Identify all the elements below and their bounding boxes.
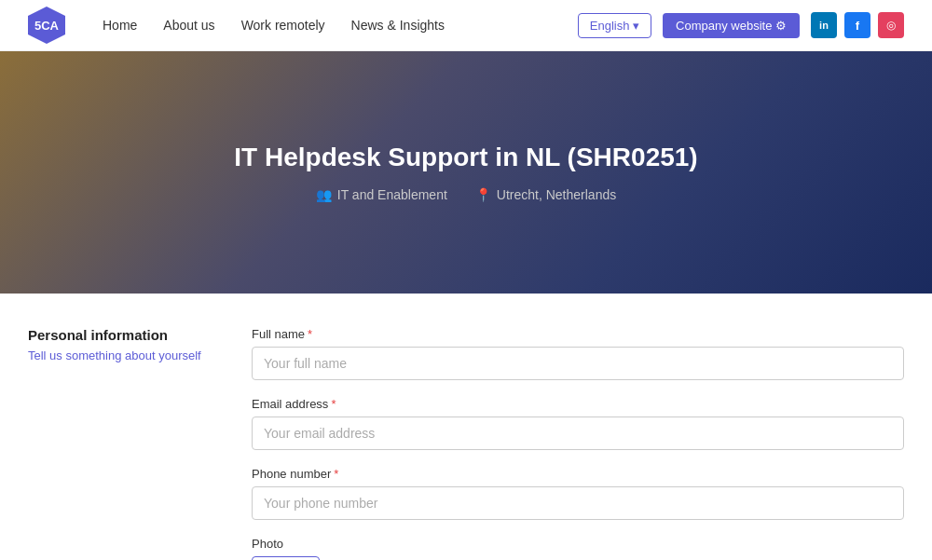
hero-meta: 👥 IT and Enablement 📍 Utrecht, Netherlan… [316,187,616,202]
logo[interactable]: 5CA [28,7,65,44]
department-info: 👥 IT and Enablement [316,187,447,202]
social-icons: in f ◎ [811,12,904,38]
location-info: 📍 Utrecht, Netherlands [475,187,616,202]
department-icon: 👥 [316,187,332,202]
email-field-group: Email address * [252,397,904,450]
full-name-required: * [308,327,312,341]
nav-work-remotely[interactable]: Work remotely [241,18,325,33]
location-icon: 📍 [475,187,491,202]
department-label: IT and Enablement [337,187,447,202]
photo-label: Photo [252,537,904,551]
personal-info-subtitle: Tell us something about yourself [28,348,214,362]
personal-info-left: Personal information Tell us something a… [28,327,214,560]
photo-upload-row: Add file We accept PNG, JPG, and JPEG fi… [252,556,904,560]
full-name-field-group: Full name * [252,327,904,380]
job-title: IT Helpdesk Support in NL (SHR0251) [234,143,697,172]
phone-label: Phone number * [252,467,904,481]
facebook-icon[interactable]: f [844,12,870,38]
full-name-label: Full name * [252,327,904,341]
photo-add-file-button[interactable]: Add file [252,556,320,560]
phone-input[interactable] [252,486,904,520]
instagram-icon[interactable]: ◎ [878,12,904,38]
main-nav: Home About us Work remotely News & Insig… [103,18,445,33]
personal-info-section: Personal information Tell us something a… [28,327,904,560]
full-name-input[interactable] [252,347,904,380]
personal-info-title: Personal information [28,327,214,343]
location-label: Utrecht, Netherlands [497,187,616,202]
hero-section: IT Helpdesk Support in NL (SHR0251) 👥 IT… [0,51,932,294]
personal-info-fields: Full name * Email address * Phone number… [252,327,904,560]
email-label: Email address * [252,397,904,411]
header-right: English ▾ Company website ⚙ in f ◎ [578,12,904,38]
company-website-button[interactable]: Company website ⚙ [663,13,800,38]
nav-news-insights[interactable]: News & Insights [351,18,445,33]
nav-about-us[interactable]: About us [163,18,214,33]
application-form: Personal information Tell us something a… [0,294,932,560]
email-required: * [331,397,336,411]
linkedin-icon[interactable]: in [811,12,837,38]
phone-field-group: Phone number * [252,467,904,520]
header: 5CA Home About us Work remotely News & I… [0,0,932,51]
header-left: 5CA Home About us Work remotely News & I… [28,7,445,44]
photo-field-group: Photo Add file We accept PNG, JPG, and J… [252,537,904,560]
language-button[interactable]: English ▾ [578,13,651,38]
nav-home[interactable]: Home [103,18,137,33]
email-input[interactable] [252,417,904,450]
phone-required: * [334,467,338,481]
